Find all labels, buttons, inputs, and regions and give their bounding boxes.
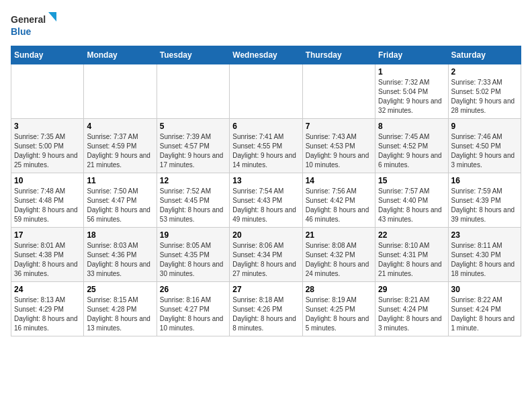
day-number: 6	[232, 122, 299, 131]
day-info: Sunrise: 7:48 AM Sunset: 4:48 PM Dayligh…	[14, 187, 81, 224]
day-number: 19	[160, 230, 226, 240]
day-number: 4	[87, 122, 153, 131]
calendar-cell: 21Sunrise: 8:08 AM Sunset: 4:32 PM Dayli…	[302, 228, 375, 282]
calendar-header-row: SundayMondayTuesdayWednesdayThursdayFrid…	[11, 46, 521, 64]
calendar-cell: 7Sunrise: 7:43 AM Sunset: 4:53 PM Daylig…	[302, 119, 375, 173]
day-number: 27	[232, 285, 299, 294]
day-info: Sunrise: 7:50 AM Sunset: 4:47 PM Dayligh…	[87, 187, 153, 224]
calendar-cell: 13Sunrise: 7:54 AM Sunset: 4:43 PM Dayli…	[230, 173, 302, 228]
calendar-cell: 2Sunrise: 7:33 AM Sunset: 5:02 PM Daylig…	[448, 64, 521, 119]
day-number: 24	[14, 285, 81, 294]
day-number: 28	[306, 285, 372, 294]
day-info: Sunrise: 7:56 AM Sunset: 4:42 PM Dayligh…	[306, 187, 372, 224]
calendar-week-5: 24Sunrise: 8:13 AM Sunset: 4:29 PM Dayli…	[11, 282, 521, 336]
day-number: 26	[160, 285, 226, 294]
logo: General Blue	[11, 11, 58, 40]
calendar-cell: 19Sunrise: 8:05 AM Sunset: 4:35 PM Dayli…	[157, 228, 229, 282]
svg-marker-2	[48, 12, 56, 21]
calendar-cell: 18Sunrise: 8:03 AM Sunset: 4:36 PM Dayli…	[84, 228, 157, 282]
calendar-cell: 24Sunrise: 8:13 AM Sunset: 4:29 PM Dayli…	[11, 282, 84, 336]
column-header-wednesday: Wednesday	[230, 46, 302, 64]
day-info: Sunrise: 7:32 AM Sunset: 5:04 PM Dayligh…	[378, 78, 445, 116]
calendar-cell: 12Sunrise: 7:52 AM Sunset: 4:45 PM Dayli…	[157, 173, 229, 228]
calendar-cell: 17Sunrise: 8:01 AM Sunset: 4:38 PM Dayli…	[11, 228, 84, 282]
day-number: 1	[378, 67, 445, 77]
calendar-cell: 8Sunrise: 7:45 AM Sunset: 4:52 PM Daylig…	[375, 119, 448, 173]
calendar-cell: 5Sunrise: 7:39 AM Sunset: 4:57 PM Daylig…	[157, 119, 229, 173]
day-info: Sunrise: 7:43 AM Sunset: 4:53 PM Dayligh…	[306, 132, 372, 170]
day-number: 17	[14, 230, 81, 240]
day-info: Sunrise: 8:15 AM Sunset: 4:28 PM Dayligh…	[87, 295, 153, 333]
day-info: Sunrise: 8:01 AM Sunset: 4:38 PM Dayligh…	[14, 241, 81, 279]
column-header-monday: Monday	[84, 46, 157, 64]
day-info: Sunrise: 7:45 AM Sunset: 4:52 PM Dayligh…	[378, 132, 445, 170]
day-number: 7	[306, 122, 372, 131]
day-info: Sunrise: 8:13 AM Sunset: 4:29 PM Dayligh…	[14, 295, 81, 333]
day-number: 23	[451, 230, 518, 240]
day-number: 2	[451, 67, 518, 77]
calendar-cell: 20Sunrise: 8:06 AM Sunset: 4:34 PM Dayli…	[230, 228, 302, 282]
column-header-tuesday: Tuesday	[157, 46, 229, 64]
day-info: Sunrise: 8:06 AM Sunset: 4:34 PM Dayligh…	[232, 241, 299, 279]
day-info: Sunrise: 7:46 AM Sunset: 4:50 PM Dayligh…	[451, 132, 518, 170]
calendar-week-3: 10Sunrise: 7:48 AM Sunset: 4:48 PM Dayli…	[11, 173, 521, 228]
calendar-cell: 15Sunrise: 7:57 AM Sunset: 4:40 PM Dayli…	[375, 173, 448, 228]
day-info: Sunrise: 8:03 AM Sunset: 4:36 PM Dayligh…	[87, 241, 153, 279]
calendar-cell	[157, 64, 229, 119]
day-number: 20	[232, 230, 299, 240]
day-number: 12	[160, 176, 226, 185]
day-info: Sunrise: 8:16 AM Sunset: 4:27 PM Dayligh…	[160, 295, 226, 333]
column-header-sunday: Sunday	[11, 46, 84, 64]
calendar-cell: 4Sunrise: 7:37 AM Sunset: 4:59 PM Daylig…	[84, 119, 157, 173]
calendar-table: SundayMondayTuesdayWednesdayThursdayFrid…	[11, 46, 521, 336]
day-number: 22	[378, 230, 445, 240]
day-info: Sunrise: 8:19 AM Sunset: 4:25 PM Dayligh…	[306, 295, 372, 333]
day-number: 30	[451, 285, 518, 294]
calendar-cell	[230, 64, 302, 119]
day-number: 5	[160, 122, 226, 131]
day-info: Sunrise: 7:33 AM Sunset: 5:02 PM Dayligh…	[451, 78, 518, 116]
day-info: Sunrise: 7:39 AM Sunset: 4:57 PM Dayligh…	[160, 132, 226, 170]
day-info: Sunrise: 8:22 AM Sunset: 4:24 PM Dayligh…	[451, 295, 518, 333]
calendar-cell: 6Sunrise: 7:41 AM Sunset: 4:55 PM Daylig…	[230, 119, 302, 173]
calendar-week-4: 17Sunrise: 8:01 AM Sunset: 4:38 PM Dayli…	[11, 228, 521, 282]
calendar-cell: 23Sunrise: 8:11 AM Sunset: 4:30 PM Dayli…	[448, 228, 521, 282]
calendar-cell: 27Sunrise: 8:18 AM Sunset: 4:26 PM Dayli…	[230, 282, 302, 336]
calendar-cell: 22Sunrise: 8:10 AM Sunset: 4:31 PM Dayli…	[375, 228, 448, 282]
calendar-cell: 10Sunrise: 7:48 AM Sunset: 4:48 PM Dayli…	[11, 173, 84, 228]
day-info: Sunrise: 8:18 AM Sunset: 4:26 PM Dayligh…	[232, 295, 299, 333]
day-info: Sunrise: 7:54 AM Sunset: 4:43 PM Dayligh…	[232, 187, 299, 224]
day-number: 15	[378, 176, 445, 185]
column-header-thursday: Thursday	[302, 46, 375, 64]
calendar-cell	[11, 64, 84, 119]
calendar-cell: 9Sunrise: 7:46 AM Sunset: 4:50 PM Daylig…	[448, 119, 521, 173]
calendar-cell: 29Sunrise: 8:21 AM Sunset: 4:24 PM Dayli…	[375, 282, 448, 336]
svg-text:Blue: Blue	[11, 26, 32, 37]
calendar-cell: 14Sunrise: 7:56 AM Sunset: 4:42 PM Dayli…	[302, 173, 375, 228]
day-info: Sunrise: 7:35 AM Sunset: 5:00 PM Dayligh…	[14, 132, 81, 170]
calendar-cell: 25Sunrise: 8:15 AM Sunset: 4:28 PM Dayli…	[84, 282, 157, 336]
day-number: 8	[378, 122, 445, 131]
column-header-saturday: Saturday	[448, 46, 521, 64]
calendar-cell: 28Sunrise: 8:19 AM Sunset: 4:25 PM Dayli…	[302, 282, 375, 336]
day-info: Sunrise: 8:21 AM Sunset: 4:24 PM Dayligh…	[378, 295, 445, 333]
day-number: 14	[306, 176, 372, 185]
calendar-cell: 1Sunrise: 7:32 AM Sunset: 5:04 PM Daylig…	[375, 64, 448, 119]
calendar-cell: 11Sunrise: 7:50 AM Sunset: 4:47 PM Dayli…	[84, 173, 157, 228]
calendar-cell	[302, 64, 375, 119]
day-number: 18	[87, 230, 153, 240]
day-number: 29	[378, 285, 445, 294]
day-info: Sunrise: 7:37 AM Sunset: 4:59 PM Dayligh…	[87, 132, 153, 170]
day-info: Sunrise: 8:10 AM Sunset: 4:31 PM Dayligh…	[378, 241, 445, 279]
day-number: 10	[14, 176, 81, 185]
day-number: 21	[306, 230, 372, 240]
day-number: 11	[87, 176, 153, 185]
day-info: Sunrise: 8:11 AM Sunset: 4:30 PM Dayligh…	[451, 241, 518, 279]
day-info: Sunrise: 7:41 AM Sunset: 4:55 PM Dayligh…	[232, 132, 299, 170]
day-number: 13	[232, 176, 299, 185]
calendar-cell: 3Sunrise: 7:35 AM Sunset: 5:00 PM Daylig…	[11, 119, 84, 173]
calendar-cell: 16Sunrise: 7:59 AM Sunset: 4:39 PM Dayli…	[448, 173, 521, 228]
calendar-week-1: 1Sunrise: 7:32 AM Sunset: 5:04 PM Daylig…	[11, 64, 521, 119]
calendar-week-2: 3Sunrise: 7:35 AM Sunset: 5:00 PM Daylig…	[11, 119, 521, 173]
day-info: Sunrise: 7:57 AM Sunset: 4:40 PM Dayligh…	[378, 187, 445, 224]
